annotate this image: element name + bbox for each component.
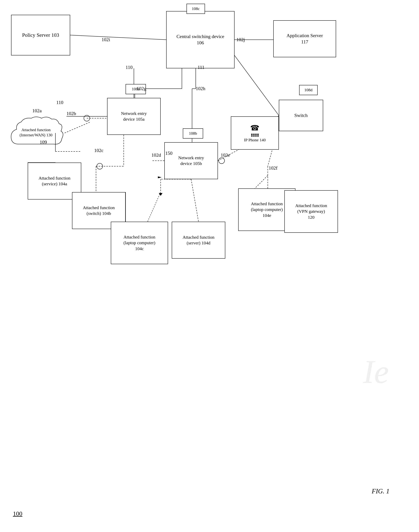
connection-lines: [0, 0, 419, 532]
ip-phone-box: ☎ IP Phone 140: [231, 116, 279, 150]
label-102e: 102e: [221, 152, 230, 158]
label-102f: 102f: [269, 165, 277, 171]
svg-line-0: [70, 35, 166, 40]
108b-box: 108b: [183, 128, 203, 139]
label-111: 111: [197, 65, 204, 70]
label-102j: 102j: [236, 37, 245, 42]
network-entry-105b-box: Network entrydevice 105b: [164, 142, 218, 179]
108c-box: 108c: [186, 4, 205, 14]
app-server-box: Application Server117: [273, 20, 336, 57]
figure-label: FIG. 1: [372, 487, 390, 495]
svg-line-26: [191, 179, 198, 222]
af-server-d-box: Attached function(server) 104d: [172, 222, 225, 259]
label-102i: 102i: [102, 37, 110, 42]
svg-marker-38: [159, 193, 162, 196]
phone-icon: ☎: [250, 123, 260, 133]
svg-text:(Internet/WAN) 130: (Internet/WAN) 130: [20, 133, 52, 137]
svg-line-33: [255, 175, 268, 188]
af-laptop-c-box: Attached function(laptop computer)104c: [111, 222, 168, 264]
svg-point-36: [219, 158, 224, 164]
label-150: 150: [165, 151, 172, 156]
label-102g: 102g: [137, 86, 146, 92]
label-102b: 102b: [66, 111, 76, 116]
label-102h: 102h: [196, 86, 205, 92]
108d-box: 108d: [299, 85, 318, 95]
switch-108d-box: Switch: [279, 100, 323, 131]
svg-point-35: [97, 163, 103, 169]
svg-text:Attached function: Attached function: [21, 127, 51, 132]
network-diagram: Policy Server 103 Central switching devi…: [0, 0, 419, 532]
cloud-shape: Attached function (Internet/WAN) 130: [7, 115, 65, 151]
svg-marker-37: [158, 176, 162, 178]
af-vpn-box: Attached function(VPN gateway)120: [284, 190, 338, 233]
label-110-left: 110: [56, 100, 63, 105]
network-entry-105a-box: Network entrydevice 105a: [107, 98, 161, 135]
svg-point-34: [84, 115, 90, 121]
label-102c: 102c: [94, 148, 104, 153]
label-102a: 102a: [32, 108, 42, 114]
central-switching-box: Central switching device106: [166, 11, 235, 68]
svg-line-8: [235, 55, 279, 115]
ie-text: Ie: [363, 353, 389, 391]
svg-line-13: [65, 122, 91, 133]
label-110-top: 110: [126, 65, 132, 70]
label-109: 109: [40, 139, 47, 145]
af-internet-box: Attached function (Internet/WAN) 130: [7, 115, 65, 151]
phone-keypad: [251, 134, 259, 136]
diagram-number: 100: [13, 510, 22, 517]
label-102d: 102d: [151, 152, 161, 158]
policy-server-box: Policy Server 103: [11, 15, 70, 55]
